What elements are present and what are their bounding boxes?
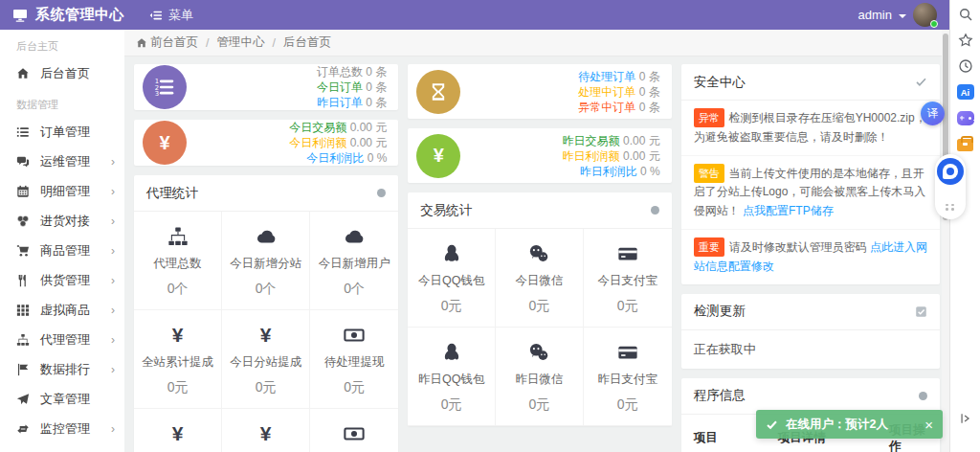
svg-text:3: 3: [155, 90, 159, 98]
collapse-dot-icon[interactable]: [919, 392, 927, 400]
close-icon[interactable]: ×: [924, 418, 933, 432]
menu-label: 菜单: [168, 7, 193, 24]
collapse-dot-icon[interactable]: [651, 206, 659, 215]
home-icon: [136, 37, 147, 49]
sidebar-item-articles[interactable]: 文章管理: [0, 384, 124, 414]
security-alert: 异常检测到根目录存在压缩包YH0002.zip，为避免被盗取重要信息，请及时删除…: [681, 101, 940, 156]
stat-cell-qq-today: 今日QQ钱包 0元: [408, 229, 496, 328]
toolbox-extension-icon[interactable]: [957, 135, 974, 152]
pending-orders-card: 待处理订单 0 条 处理中订单 0 条 异常中订单 0 条: [408, 64, 671, 119]
alert-badge: 异常: [694, 108, 724, 127]
sidebar-nav: 后台主页 后台首页 数据管理 订单管理 运维管理 › 明细管理 ›: [0, 30, 124, 452]
screen: 系统管理中心 菜单 admin 后台主页 后台首页 数据管理: [0, 0, 980, 452]
stat-cell-clipped: ¥: [134, 409, 222, 452]
stat-cell-new-sites: 今日新增分站 0个: [222, 212, 310, 310]
credit-card-icon: [586, 340, 670, 365]
wechat-icon: [498, 340, 581, 365]
cloud-icon: [224, 224, 307, 249]
stat-cell-agent-total: 代理总数 0个: [134, 212, 222, 310]
list-icon: [16, 124, 31, 139]
stat-cell-qq-yesterday: 昨日QQ钱包 0元: [408, 328, 496, 426]
retweet-icon: [16, 421, 31, 436]
panel-title: 检测更新: [694, 303, 746, 320]
monitor-icon: [12, 8, 28, 23]
sidebar-item-monitor[interactable]: 监控管理 ›: [0, 414, 124, 443]
sitemap-icon: [16, 332, 31, 347]
stat-cell-pending-withdraw: 待处理提现 0元: [310, 310, 398, 409]
chevron-right-icon: ›: [111, 274, 115, 287]
chat-float-button[interactable]: [937, 158, 964, 185]
page-scrollbar: [942, 30, 949, 452]
stat-cell-wechat-yesterday: 昨日微信 0元: [496, 328, 584, 426]
comments-icon: [16, 154, 31, 169]
username: admin: [858, 8, 892, 22]
breadcrumb: 前台首页 / 管理中心 / 后台首页: [124, 30, 949, 56]
cloud-icon: [312, 224, 396, 249]
checkbox-icon[interactable]: [915, 305, 927, 318]
flag-icon: [16, 362, 31, 376]
chevron-right-icon: ›: [111, 333, 115, 347]
qq-icon: [410, 340, 493, 365]
stat-cell-wechat-today: 今日微信 0元: [496, 229, 584, 328]
breadcrumb-home[interactable]: 前台首页: [136, 34, 198, 51]
sidebar-item-ranking[interactable]: 数据排行 ›: [0, 354, 124, 384]
avatar[interactable]: [913, 3, 937, 27]
agent-stats-panel: 代理统计 代理总数 0个 今日新增分站: [134, 175, 398, 452]
sidebar-item-supply[interactable]: 供货管理 ›: [0, 265, 124, 295]
caret-down-icon: [899, 14, 906, 18]
stat-cell-today-commission: ¥ 今日分站提成 0元: [222, 310, 310, 409]
credit-card-icon: [586, 241, 670, 266]
orders-summary-card: 123 订单总数 0 条 今日订单 0 条 昨日订单 0 条: [134, 64, 398, 110]
sidebar-item-home[interactable]: 后台首页: [0, 58, 124, 88]
star-icon[interactable]: [957, 32, 974, 49]
search-icon[interactable]: [957, 6, 974, 23]
yesterday-money-card: ¥ 昨日交易额 0.00 元 昨日利润额 0.00 元 昨日利润比 0 %: [408, 128, 671, 183]
sidebar-section-label: 数据管理: [0, 92, 124, 117]
stat-cell-clipped: [310, 409, 398, 452]
trade-stats-panel: 交易统计 今日QQ钱包 0元 今日微信: [408, 192, 671, 426]
grid-icon: [16, 303, 31, 317]
panel-title: 代理统计: [146, 185, 198, 202]
breadcrumb-center[interactable]: 管理中心: [216, 34, 264, 51]
list-ol-icon: 123: [143, 65, 187, 109]
sidebar-item-goods-activity[interactable]: 商品动态: [0, 443, 124, 452]
sidebar-item-orders[interactable]: 订单管理: [0, 117, 124, 147]
sidebar-item-sourcing[interactable]: 进货对接 ›: [0, 206, 124, 236]
sidebar-item-virtual[interactable]: 虚拟商品 ›: [0, 295, 124, 325]
game-extension-icon[interactable]: [957, 109, 974, 126]
chevron-right-icon: ›: [111, 244, 115, 258]
wechat-icon: [498, 241, 581, 266]
update-check-panel: 检测更新 正在获取中: [681, 294, 940, 369]
check-icon[interactable]: [915, 76, 927, 88]
sidebar-expand-icon[interactable]: [950, 412, 980, 425]
qq-icon: [410, 241, 493, 266]
stat-cell-new-users: 今日新增用户 0个: [310, 212, 398, 310]
collapse-dot-icon[interactable]: [377, 189, 386, 197]
app-logo[interactable]: 系统管理中心: [0, 6, 124, 24]
sidebar-item-ops[interactable]: 运维管理 ›: [0, 147, 124, 176]
history-clock-icon[interactable]: [957, 57, 974, 75]
panel-title: 安全中心: [694, 74, 746, 91]
drag-handle[interactable]: [945, 201, 956, 213]
ftp-config-link[interactable]: 点我配置FTP储存: [743, 204, 834, 217]
sidebar-item-agents[interactable]: 代理管理 ›: [0, 325, 124, 354]
chevron-right-icon: ›: [111, 422, 115, 436]
topbar: 系统管理中心 菜单 admin: [0, 0, 949, 30]
panel-title: 程序信息: [694, 387, 746, 404]
chevron-right-icon: ›: [111, 304, 115, 317]
panel-title: 交易统计: [420, 202, 472, 219]
spread-menu-icon: [149, 9, 163, 22]
send-icon: [16, 392, 31, 406]
security-panel: 安全中心 异常检测到根目录存在压缩包YH0002.zip，为避免被盗取重要信息，…: [681, 64, 940, 284]
user-menu[interactable]: admin: [858, 3, 949, 27]
breadcrumb-current[interactable]: 后台首页: [283, 34, 331, 51]
ai-extension-icon[interactable]: Ai: [957, 83, 974, 101]
sidebar-item-details[interactable]: 明细管理 ›: [0, 176, 124, 206]
update-status-text: 正在获取中: [681, 330, 940, 369]
money-bill-icon: [312, 421, 396, 446]
translate-float-button[interactable]: 译: [921, 102, 945, 125]
check-icon: [766, 418, 778, 431]
menu-toggle[interactable]: 菜单: [136, 0, 207, 30]
sidebar-item-goods[interactable]: 商品管理 ›: [0, 236, 124, 265]
alert-badge: 重要: [694, 237, 724, 257]
